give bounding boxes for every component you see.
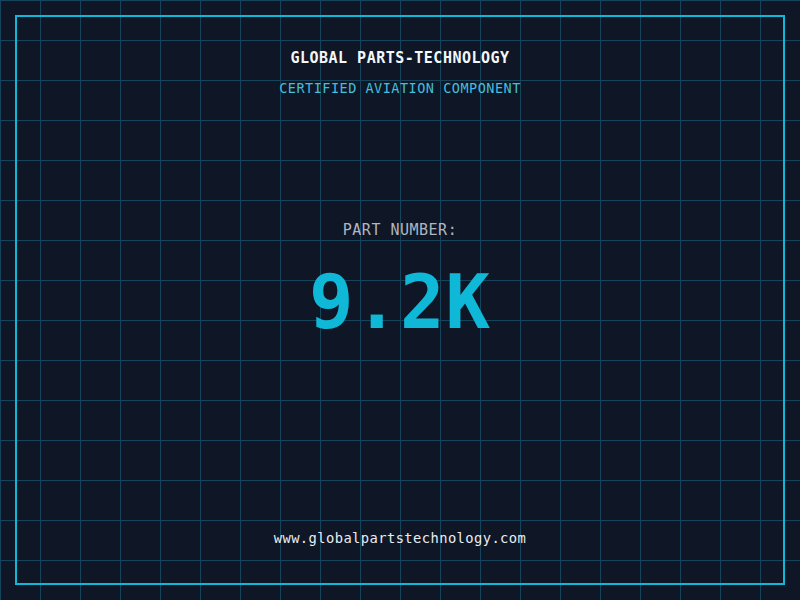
part-number-value: 9.2K	[0, 268, 800, 336]
display-screen: GLOBAL PARTS-TECHNOLOGY CERTIFIED AVIATI…	[0, 0, 800, 600]
company-title: GLOBAL PARTS-TECHNOLOGY	[0, 49, 800, 67]
certification-subtitle: CERTIFIED AVIATION COMPONENT	[0, 80, 800, 96]
part-number-label: PART NUMBER:	[0, 221, 800, 239]
website-url: www.globalpartstechnology.com	[0, 530, 800, 546]
